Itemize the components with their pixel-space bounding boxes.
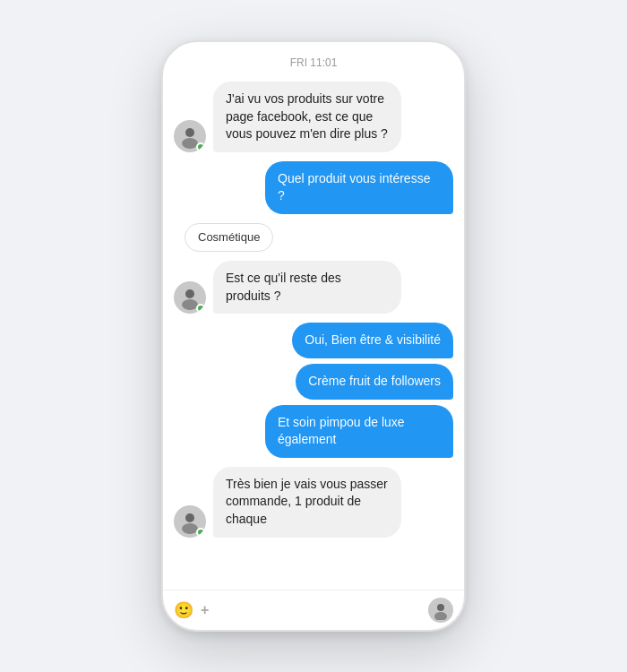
- small-avatar: [428, 598, 453, 623]
- add-button[interactable]: +: [201, 602, 209, 618]
- online-indicator: [196, 304, 205, 313]
- emoji-button[interactable]: 🙂: [174, 600, 193, 620]
- svg-point-0: [185, 128, 194, 137]
- svg-point-6: [437, 604, 444, 611]
- message-bubble: Oui, Bien être & visibilité: [292, 323, 453, 358]
- message-bubble: Très bien je vais vous passer commande, …: [213, 467, 401, 538]
- tag-row: Cosmétique: [174, 223, 453, 252]
- message-row: Quel produit vous intéresse ?: [174, 161, 453, 214]
- online-indicator: [196, 142, 205, 151]
- message-bubble: Quel produit vous intéresse ?: [265, 161, 453, 214]
- avatar: [174, 120, 206, 152]
- svg-point-4: [185, 513, 194, 522]
- message-bubble: J'ai vu vos produits sur votre page face…: [213, 82, 401, 152]
- tag-bubble: Cosmétique: [185, 223, 273, 252]
- online-indicator: [196, 528, 205, 537]
- avatar: [174, 281, 206, 314]
- message-bubble: Crème fruit de followers: [296, 364, 453, 400]
- chat-area: FRI 11:01 J'ai vu vos produits sur votre…: [163, 42, 464, 590]
- message-row: J'ai vu vos produits sur votre page face…: [174, 82, 453, 152]
- message-row-group: Oui, Bien être & visibilité Crème fruit …: [174, 323, 453, 457]
- svg-point-2: [185, 289, 194, 298]
- message-row: Est ce qu'il reste des produits ?: [174, 261, 453, 314]
- bottom-bar: 🙂 +: [163, 590, 464, 630]
- message-bubble: Et soin pimpou de luxe également: [265, 405, 453, 458]
- message-bubble: Est ce qu'il reste des produits ?: [213, 261, 401, 314]
- bubble-group: Oui, Bien être & visibilité Crème fruit …: [265, 323, 453, 457]
- phone-frame: FRI 11:01 J'ai vu vos produits sur votre…: [161, 40, 466, 632]
- avatar: [174, 505, 206, 538]
- timestamp: FRI 11:01: [174, 56, 453, 69]
- svg-point-7: [434, 612, 447, 620]
- phone-wrapper: FRI 11:01 J'ai vu vos produits sur votre…: [0, 0, 627, 672]
- message-row: Très bien je vais vous passer commande, …: [174, 467, 453, 538]
